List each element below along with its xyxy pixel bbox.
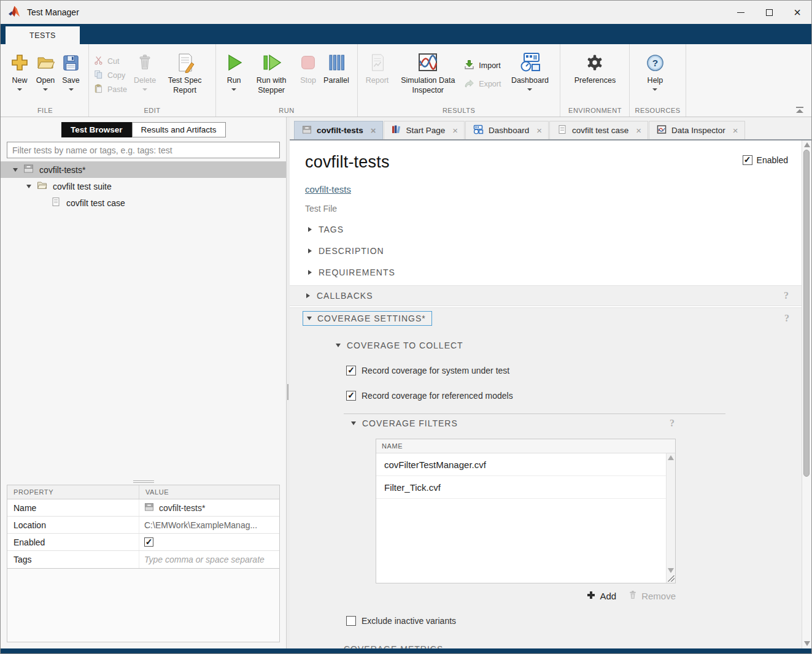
section-description[interactable]: DESCRIPTION (308, 246, 802, 256)
cut-button[interactable]: Cut (94, 56, 127, 67)
parallel-button[interactable]: Parallel (320, 50, 352, 87)
record-coverage-ref-row[interactable]: ✓ Record coverage for referenced models (346, 391, 802, 401)
minimize-button[interactable] (727, 1, 755, 24)
doc-tab-start-page[interactable]: Start Page × (384, 121, 465, 139)
table-row[interactable]: Filter_Tick.cvf (376, 476, 666, 499)
paste-icon (94, 84, 103, 95)
doc-tab-dashboard[interactable]: Dashboard × (465, 121, 549, 139)
tab-test-browser[interactable]: Test Browser (61, 122, 132, 137)
import-icon (464, 60, 474, 72)
dashboard-button[interactable]: Dashboard (505, 50, 555, 92)
name-column-header: NAME (376, 439, 675, 453)
save-button[interactable]: Save (58, 50, 83, 92)
test-file-icon (302, 125, 312, 136)
enabled-checkbox[interactable]: ✓ (743, 155, 752, 165)
help-button[interactable]: ? Help (635, 50, 675, 92)
test-manager-window: Test Manager × TESTS New (0, 0, 812, 654)
help-question-icon[interactable]: ? (670, 418, 675, 429)
tree-item-covfilt-tests[interactable]: covfilt-tests* (1, 161, 286, 178)
remove-filter-button[interactable]: Remove (628, 590, 676, 601)
exclude-variants-checkbox[interactable] (346, 616, 356, 626)
tags-input[interactable] (144, 555, 270, 564)
export-button[interactable]: Export (464, 78, 501, 90)
doc-tab-covfilt-test-case[interactable]: covfilt test case × (549, 121, 648, 139)
tab-results-and-artifacts[interactable]: Results and Artifacts (132, 122, 226, 137)
close-button[interactable]: × (783, 1, 811, 24)
coverage-settings-header[interactable]: COVERAGE SETTINGS* (303, 311, 432, 326)
tab-tests[interactable]: TESTS (6, 26, 80, 44)
plus-icon (587, 591, 595, 601)
test-file-link[interactable]: covfilt-tests (305, 184, 351, 194)
test-file-document: covfilt-tests ✓ Enabled covfilt-tests Te… (290, 140, 802, 648)
record-coverage-sut-row[interactable]: ✓ Record coverage for system under test (346, 366, 802, 375)
resize-grip-icon[interactable] (668, 575, 675, 582)
close-tab-icon[interactable]: × (371, 125, 376, 136)
close-tab-icon[interactable]: × (636, 125, 641, 136)
paste-button[interactable]: Paste (94, 84, 127, 95)
close-icon: × (794, 6, 801, 18)
close-tab-icon[interactable]: × (536, 125, 542, 136)
scroll-down-icon[interactable] (804, 641, 810, 646)
copy-button[interactable]: Copy (94, 70, 127, 81)
close-tab-icon[interactable]: × (452, 125, 458, 136)
enabled-toggle[interactable]: ✓ Enabled (743, 155, 788, 165)
close-tab-icon[interactable]: × (733, 125, 738, 136)
open-button[interactable]: Open (33, 50, 58, 92)
record-ref-checkbox[interactable]: ✓ (346, 391, 356, 401)
trash-icon (628, 590, 637, 601)
doc-tab-data-inspector[interactable]: Data Inspector × (649, 121, 745, 139)
report-icon (368, 51, 387, 74)
simulation-data-inspector-icon (417, 51, 438, 74)
maximize-button[interactable] (755, 1, 783, 24)
run-with-stepper-button[interactable]: Run with Stepper (247, 50, 296, 97)
table-scrollbar[interactable] (666, 453, 675, 583)
chevron-down-icon (43, 88, 48, 91)
chevron-down-icon (17, 88, 22, 91)
scroll-up-icon[interactable] (804, 142, 810, 147)
report-button[interactable]: Report (363, 50, 392, 87)
coverage-filters-header[interactable]: COVERAGE FILTERS ? (351, 418, 675, 428)
window-title: Test Manager (27, 7, 79, 17)
expand-arrow-icon[interactable] (26, 185, 31, 188)
gear-icon (586, 51, 604, 74)
scrollbar-thumb[interactable] (803, 150, 810, 477)
ribbon-toolbar: New Open (1, 44, 811, 117)
table-row: Tags (7, 551, 279, 568)
new-button[interactable]: New (7, 50, 33, 92)
test-case-icon (557, 125, 567, 136)
test-spec-report-button[interactable]: Test Spec Report (159, 50, 211, 97)
section-tags[interactable]: TAGS (308, 225, 802, 234)
simulation-data-inspector-button[interactable]: Simulation Data Inspector (392, 50, 464, 97)
document-tab-bar: covfilt-tests × Start Page × (290, 121, 811, 140)
import-button[interactable]: Import (464, 60, 501, 72)
record-sut-checkbox[interactable]: ✓ (346, 366, 356, 375)
group-results: Report Simulation Data Inspector (358, 44, 561, 117)
tree-item-covfilt-test-case[interactable]: covfilt test case (1, 194, 286, 211)
run-with-stepper-icon (261, 51, 282, 74)
coverage-to-collect-header[interactable]: COVERAGE TO COLLECT (336, 340, 802, 350)
location-value: C:\EMWork\ExampleManag... (139, 520, 279, 530)
expand-arrow-icon[interactable] (13, 168, 18, 172)
help-question-icon[interactable]: ? (784, 290, 789, 301)
scroll-down-icon[interactable] (668, 568, 674, 573)
exclude-inactive-variants-row[interactable]: Exclude inactive variants (346, 616, 802, 626)
tree-item-covfilt-test-suite[interactable]: covfilt test suite (1, 178, 286, 194)
help-question-icon[interactable]: ? (784, 313, 789, 324)
add-filter-button[interactable]: Add (587, 591, 616, 601)
table-row[interactable]: covFilterTestManager.cvf (376, 453, 666, 476)
chevron-down-icon (69, 88, 74, 91)
filter-tests-input[interactable] (7, 142, 280, 158)
group-label-edit: EDIT (94, 104, 211, 117)
scroll-up-icon[interactable] (668, 455, 674, 460)
delete-button[interactable]: Delete (131, 50, 159, 92)
section-callbacks[interactable]: CALLBACKS ? (290, 285, 802, 306)
collapse-ribbon-button[interactable] (795, 107, 804, 113)
doc-tab-covfilt-tests[interactable]: covfilt-tests × (294, 121, 383, 139)
stop-button[interactable]: Stop (296, 50, 320, 87)
preferences-button[interactable]: Preferences (565, 50, 624, 87)
main-scrollbar[interactable] (802, 140, 811, 648)
section-requirements[interactable]: REQUIREMENTS (308, 267, 802, 277)
run-button[interactable]: Run (221, 50, 247, 92)
horizontal-splitter[interactable] (1, 478, 286, 485)
enabled-checkbox[interactable]: ✓ (144, 537, 153, 547)
